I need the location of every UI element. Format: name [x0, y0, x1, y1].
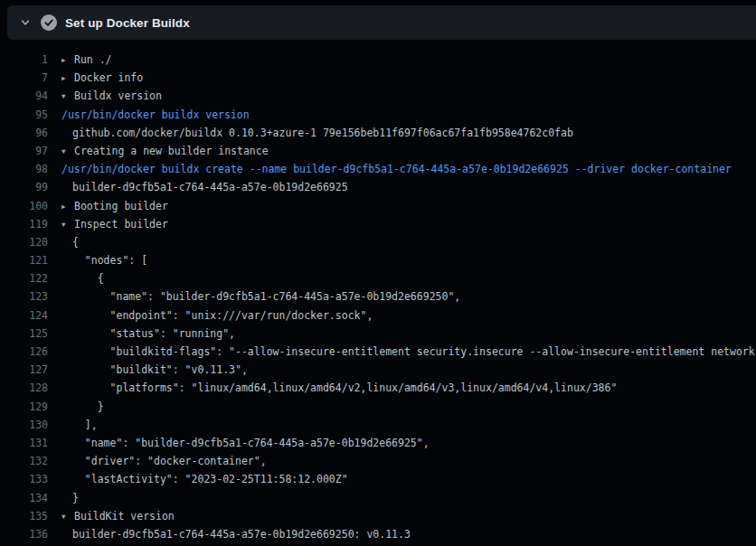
log-line: 136builder-d9cfb5a1-c764-445a-a57e-0b19d…	[0, 525, 756, 543]
log-output-text: }	[61, 489, 756, 507]
log-output-text: builder-d9cfb5a1-c764-445a-a57e-0b19d2e6…	[61, 525, 756, 543]
triangle-down-icon[interactable]: ▼	[61, 216, 71, 233]
line-number[interactable]: 127	[0, 361, 48, 379]
line-number[interactable]: 94	[0, 87, 48, 105]
log-line: 7▶Docker info	[0, 69, 756, 87]
log-command-text: /usr/bin/docker buildx version	[61, 106, 756, 124]
line-number[interactable]: 132	[0, 452, 48, 470]
log-line: 123 "name": "builder-d9cfb5a1-c764-445a-…	[0, 287, 756, 306]
log-output-text: "nodes": [	[61, 251, 756, 269]
log-line: 124 "endpoint": "unix:///var/run/docker.…	[0, 306, 756, 325]
step-title: Set up Docker Buildx	[65, 16, 190, 30]
log-group-header[interactable]: ▼Buildx version	[61, 87, 756, 105]
log-area: 1▶Run ./7▶Docker info94▼Buildx version95…	[0, 40, 756, 546]
log-line: 121 "nodes": [	[0, 251, 756, 269]
group-title: Run ./	[74, 53, 112, 66]
log-output-text: "name": "builder-d9cfb5a1-c764-445a-a57e…	[61, 434, 756, 452]
log-output-text: "endpoint": "unix:///var/run/docker.sock…	[61, 306, 756, 325]
line-number[interactable]: 100	[0, 197, 48, 215]
log-line: 129 }	[0, 398, 756, 416]
line-number[interactable]: 119	[0, 215, 48, 233]
group-title: Creating a new builder instance	[74, 145, 269, 157]
line-number[interactable]: 135	[0, 507, 48, 525]
log-output-text: github.com/docker/buildx 0.10.3+azure-1 …	[61, 124, 756, 142]
log-line: 125 "status": "running",	[0, 325, 756, 343]
line-number[interactable]: 122	[0, 269, 48, 287]
triangle-right-icon[interactable]: ▶	[61, 70, 71, 87]
log-output-text: }	[61, 398, 756, 416]
line-number[interactable]: 7	[0, 69, 48, 87]
log-line: 97▼Creating a new builder instance	[0, 142, 756, 160]
log-output-text: "buildkit": "v0.11.3",	[61, 361, 756, 379]
log-group-header[interactable]: ▼Inspect builder	[61, 215, 756, 233]
log-line: 134}	[0, 489, 756, 507]
line-number[interactable]: 131	[0, 434, 48, 452]
log-output-text: "buildkitd-flags": "--allow-insecure-ent…	[61, 343, 756, 361]
log-output-text: {	[61, 269, 756, 287]
line-number[interactable]: 121	[0, 251, 48, 269]
group-title: Buildx version	[74, 89, 162, 102]
log-output-text: "platforms": "linux/amd64,linux/amd64/v2…	[61, 379, 756, 397]
log-group-header[interactable]: ▼Creating a new builder instance	[61, 142, 756, 160]
log-output-text: "status": "running",	[61, 325, 756, 343]
log-line: 122 {	[0, 269, 756, 287]
check-circle-icon	[41, 14, 57, 31]
log-output-text: "lastActivity": "2023-02-25T11:58:12.000…	[61, 470, 756, 488]
log-line: 130 ],	[0, 416, 756, 434]
log-output-text: "name": "builder-d9cfb5a1-c764-445a-a57e…	[61, 287, 756, 306]
log-output-text: {	[61, 233, 756, 251]
triangle-down-icon[interactable]: ▼	[61, 143, 71, 160]
log-line: 131 "name": "builder-d9cfb5a1-c764-445a-…	[0, 434, 756, 452]
group-title: Booting builder	[74, 200, 168, 212]
log-command-text: /usr/bin/docker buildx create --name bui…	[61, 160, 756, 178]
line-number[interactable]: 134	[0, 489, 48, 507]
log-line: 99builder-d9cfb5a1-c764-445a-a57e-0b19d2…	[0, 178, 756, 196]
chevron-down-icon[interactable]	[19, 16, 32, 29]
triangle-right-icon[interactable]: ▶	[61, 198, 71, 215]
line-number[interactable]: 97	[0, 142, 48, 160]
log-output-text: "driver": "docker-container",	[61, 452, 756, 470]
log-group-header[interactable]: ▼BuildKit version	[61, 507, 756, 525]
log-line: 128 "platforms": "linux/amd64,linux/amd6…	[0, 379, 756, 397]
line-number[interactable]: 129	[0, 398, 48, 416]
log-line: 127 "buildkit": "v0.11.3",	[0, 361, 756, 379]
log-line: 133 "lastActivity": "2023-02-25T11:58:12…	[0, 470, 756, 488]
log-line: 1▶Run ./	[0, 51, 756, 69]
log-output-text: builder-d9cfb5a1-c764-445a-a57e-0b19d2e6…	[61, 178, 756, 196]
line-number[interactable]: 99	[0, 178, 48, 196]
log-line: 100▶Booting builder	[0, 197, 756, 215]
line-number[interactable]: 96	[0, 124, 48, 142]
line-number[interactable]: 126	[0, 343, 48, 361]
log-group-header[interactable]: ▶Docker info	[61, 69, 756, 87]
log-line: 126 "buildkitd-flags": "--allow-insecure…	[0, 343, 756, 361]
line-number[interactable]: 124	[0, 306, 48, 325]
line-number[interactable]: 136	[0, 525, 48, 543]
line-number[interactable]: 125	[0, 325, 48, 343]
log-line: 132 "driver": "docker-container",	[0, 452, 756, 470]
line-number[interactable]: 98	[0, 160, 48, 178]
group-title: Docker info	[74, 71, 143, 84]
actions-log-viewer: { "header": { "title": "Set up Docker Bu…	[0, 0, 756, 546]
line-number[interactable]: 1	[0, 51, 48, 69]
step-header[interactable]: Set up Docker Buildx	[7, 5, 756, 40]
line-number[interactable]: 133	[0, 470, 48, 488]
log-line: 98/usr/bin/docker buildx create --name b…	[0, 160, 756, 178]
line-number[interactable]: 95	[0, 106, 48, 124]
triangle-down-icon[interactable]: ▼	[61, 88, 71, 105]
log-line: 95/usr/bin/docker buildx version	[0, 106, 756, 124]
log-output-text: ],	[61, 416, 756, 434]
line-number[interactable]: 123	[0, 287, 48, 306]
triangle-down-icon[interactable]: ▼	[61, 508, 71, 525]
log-line: 135▼BuildKit version	[0, 507, 756, 525]
log-group-header[interactable]: ▶Booting builder	[61, 197, 756, 215]
line-number[interactable]: 120	[0, 233, 48, 251]
log-line: 119▼Inspect builder	[0, 215, 756, 233]
line-number[interactable]: 130	[0, 416, 48, 434]
log-line: 94▼Buildx version	[0, 87, 756, 105]
log-group-header[interactable]: ▶Run ./	[61, 51, 756, 69]
triangle-right-icon[interactable]: ▶	[61, 52, 71, 69]
log-line: 120{	[0, 233, 756, 251]
line-number[interactable]: 128	[0, 379, 48, 397]
log-line: 96github.com/docker/buildx 0.10.3+azure-…	[0, 124, 756, 142]
group-title: Inspect builder	[74, 218, 168, 231]
